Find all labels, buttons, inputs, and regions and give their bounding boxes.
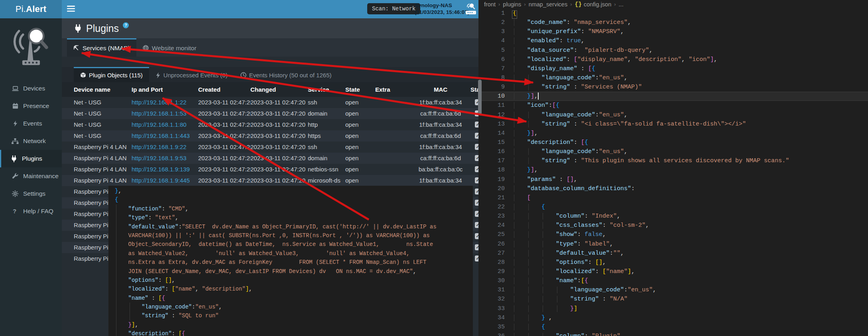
subtab-unprocessed-events-0[interactable]: Unprocessed Events (0) xyxy=(149,67,234,82)
editor-line[interactable]: 1{ xyxy=(478,9,868,18)
cell-changed: 2023-03-11 02:47:20 xyxy=(250,108,308,119)
editor-lines[interactable]: 1{2 "code_name": "nmap_services",3 "uniq… xyxy=(478,9,868,336)
hamburger-icon[interactable] xyxy=(67,6,75,13)
line-number: 30 xyxy=(486,276,505,285)
status-checkbox[interactable]: ✓ xyxy=(475,222,479,228)
breadcrumb-item-plugins[interactable]: plugins xyxy=(503,0,521,9)
ip-port-link[interactable]: http://192.168.1.9:53 xyxy=(132,155,187,161)
editor-line[interactable]: 21 [ xyxy=(478,193,868,202)
editor-line[interactable]: 4 "enabled": true, xyxy=(478,36,868,45)
editor-line[interactable]: 11 "icon":[{ xyxy=(478,101,868,110)
help-badge[interactable]: ? xyxy=(123,22,129,28)
ip-port-link[interactable]: http://192.168.1.9:139 xyxy=(132,166,190,173)
editor-line[interactable]: 18 }], xyxy=(478,165,868,175)
sidebar-item-help-faq[interactable]: ?Help / FAQ xyxy=(0,202,62,220)
editor-line[interactable]: 24 "css_classes": "col-sm-2", xyxy=(478,221,868,230)
status-checkbox[interactable]: ✓ xyxy=(475,133,479,139)
cell-status: ✓ xyxy=(470,108,478,119)
editor-line[interactable]: 34 } , xyxy=(478,313,868,322)
editor-line[interactable]: 8 "language_code":"en_us", xyxy=(478,73,868,83)
ip-port-link[interactable]: http://192.168.1.1:53 xyxy=(132,110,187,117)
editor-line[interactable]: 16 "language_code":"en_us", xyxy=(478,147,868,156)
editor-line[interactable]: 28 "options": [], xyxy=(478,258,868,267)
ip-port-link[interactable]: http://192.168.1.1:443 xyxy=(132,132,190,139)
status-checkbox[interactable]: ✓ xyxy=(475,233,479,239)
sidebar-item-settings[interactable]: Settings xyxy=(0,185,62,202)
editor-line[interactable]: 19 "params" : [], xyxy=(478,175,868,184)
breadcrumb-item-nmap-services[interactable]: nmap_services xyxy=(529,0,568,9)
breadcrumb-item-config-json[interactable]: {} config.json xyxy=(575,0,612,9)
sidebar-item-devices[interactable]: Devices xyxy=(0,80,62,97)
status-checkbox[interactable]: ✓ xyxy=(475,255,479,261)
editor-line[interactable]: 5 "data_source": "pialert-db-query", xyxy=(478,46,868,55)
editor-line[interactable]: 10 }], xyxy=(478,92,868,101)
line-code: }] xyxy=(513,305,577,312)
editor-line[interactable]: 25 "show": false, xyxy=(478,230,868,239)
editor-line[interactable]: 7 "display_name" : [{ xyxy=(478,64,868,73)
subtab-events-history-50-out-of-1265[interactable]: Events History (50 out of 1265) xyxy=(234,67,338,82)
page-scrollbar-thumb[interactable] xyxy=(478,80,482,114)
ip-port-link[interactable]: http://192.168.1.1:22 xyxy=(132,99,187,106)
cell-ip-and-port: http://192.168.1.9:22 xyxy=(132,141,198,153)
sidebar-item-events[interactable]: Events xyxy=(0,115,62,132)
editor-line[interactable]: 23 "column": "Index", xyxy=(478,212,868,221)
status-checkbox[interactable]: ✓ xyxy=(475,211,479,217)
status-checkbox[interactable]: ✓ xyxy=(475,144,479,150)
overlay-code-line: "type": "text", xyxy=(115,213,473,222)
sidebar-item-maintenance[interactable]: Maintenance xyxy=(0,167,62,185)
editor-line[interactable]: 2 "code_name": "nmap_services", xyxy=(478,18,868,27)
cell-service: ssh xyxy=(308,97,345,108)
editor-line[interactable]: 15 "description": [{ xyxy=(478,138,868,147)
status-checkbox[interactable]: ✓ xyxy=(475,166,479,172)
line-number: 20 xyxy=(486,184,505,193)
tab-website-monitor[interactable]: Website monitor xyxy=(136,38,203,57)
cell-created: 2023-03-11 02:47:20 xyxy=(198,175,250,186)
column-header-ip-and-port: Ip and Port xyxy=(132,82,198,97)
editor-line[interactable]: 12 "language_code":"en_us", xyxy=(478,110,868,120)
status-checkbox[interactable]: ✓ xyxy=(475,122,479,128)
subtab-plugin-objects-115[interactable]: Plugin Objects (115) xyxy=(74,67,149,82)
status-checkbox[interactable]: ✓ xyxy=(475,200,479,206)
editor-line[interactable]: 31 "language_code":"en_us", xyxy=(478,285,868,295)
editor-line[interactable]: 3 "unique_prefix": "NMAPSRV", xyxy=(478,27,868,36)
editor-line[interactable]: 6 "localized": ["display_name", "descrip… xyxy=(478,55,868,64)
line-number: 6 xyxy=(486,55,505,64)
editor-line[interactable]: 36 "column": "Plugin", xyxy=(478,332,868,336)
ip-port-link[interactable]: http://192.168.1.9:22 xyxy=(132,143,187,150)
editor-line[interactable]: 22 { xyxy=(478,202,868,212)
editor-line[interactable]: 32 "string" : "N/A" xyxy=(478,295,868,304)
sidebar-item-presence[interactable]: Presence xyxy=(0,97,62,115)
breadcrumb-item-[interactable]: ... xyxy=(619,0,624,9)
sidebar-item-label: Settings xyxy=(23,190,45,197)
cell-ip-and-port: http://192.168.1.1:22 xyxy=(132,97,198,108)
status-checkbox[interactable]: ✓ xyxy=(475,177,479,183)
editor-line[interactable]: 14 }], xyxy=(478,129,868,138)
breadcrumb-separator: › xyxy=(614,0,616,9)
brand-logo[interactable]: Pi.Alert xyxy=(0,0,62,18)
sidebar-item-label: Presence xyxy=(23,102,49,110)
editor-line[interactable]: 27 "default_value":"", xyxy=(478,249,868,258)
editor-line[interactable]: 13 "string" : "<i class=\"fa-solid fa-sa… xyxy=(478,120,868,129)
editor-line[interactable]: 17 "string" : "This plugin shows all ser… xyxy=(478,156,868,165)
sidebar-item-plugins[interactable]: Plugins xyxy=(0,150,62,167)
sidebar-item-network[interactable]: Network xyxy=(0,132,62,150)
editor-line[interactable]: 9 "string" : "Services (NMAP)" xyxy=(478,83,868,92)
line-code: }], xyxy=(513,167,538,173)
ip-port-link[interactable]: http://192.168.1.9:445 xyxy=(132,177,190,184)
editor-line[interactable]: 30 "name":[{ xyxy=(478,276,868,285)
breadcrumb-item-front[interactable]: front xyxy=(484,0,496,9)
status-checkbox[interactable]: ✓ xyxy=(475,189,479,195)
tab-services-nmap[interactable]: Services (NMAP) xyxy=(67,38,136,57)
editor-line[interactable]: 26 "type": "label", xyxy=(478,240,868,249)
editor-line[interactable]: 29 "localized": ["name"], xyxy=(478,267,868,276)
cell-created: 2023-03-11 02:47:20 xyxy=(198,119,250,130)
editor-line[interactable]: 33 }] xyxy=(478,304,868,313)
status-checkbox[interactable]: ✓ xyxy=(475,244,479,250)
editor-line[interactable]: 35 { xyxy=(478,322,868,332)
ip-port-link[interactable]: http://192.168.1.1:80 xyxy=(132,121,187,128)
line-code: { xyxy=(513,324,545,330)
plug-icon xyxy=(74,24,82,33)
cell-status: ✓ xyxy=(470,119,478,130)
status-checkbox[interactable]: ✓ xyxy=(475,155,479,161)
editor-line[interactable]: 20 "database_column_definitions": xyxy=(478,184,868,193)
